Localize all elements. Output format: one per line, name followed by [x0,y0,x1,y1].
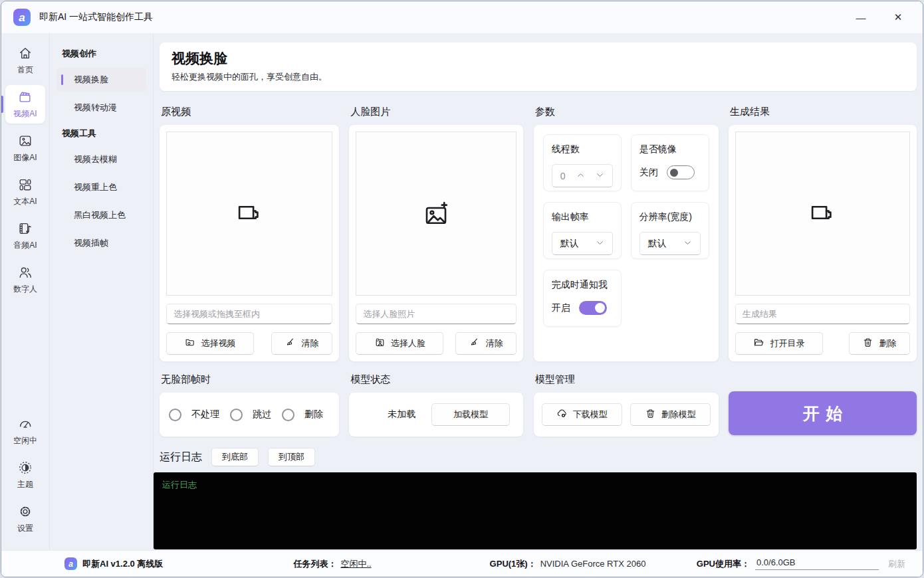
model-status-text: 未加载 [388,409,415,421]
fps-select[interactable]: 默认 [552,232,613,255]
page-header: 视频换脸 轻松更换视频中的面孔，享受创意自由。 [160,43,917,91]
submenu-item-frame-interpolation[interactable]: 视频插帧 [57,231,146,255]
sidebar-item-label: 图像AI [13,152,37,163]
gpu-name: NVIDIA GeForce RTX 2060 [540,559,646,569]
task-list-link[interactable]: 空闲中.. [340,558,371,570]
sidebar-item-label: 主题 [17,479,33,490]
scroll-to-top-button[interactable]: 到顶部 [268,448,315,466]
start-button[interactable]: 开始 [729,391,917,435]
sidebar-item-settings[interactable]: 设置 [5,500,45,538]
face-image-dropzone[interactable] [356,132,517,296]
version-text: 即新AI v1.2.0 离线版 [82,558,163,570]
download-model-label: 下载模型 [573,409,608,421]
broom-icon [469,337,481,350]
result-preview[interactable] [735,132,910,296]
chevron-down-icon[interactable] [596,170,604,182]
model-status-panel: 模型状态 未加载 加载模型 [349,368,523,436]
trash-icon [645,408,656,421]
toggle-knob [595,303,605,313]
gpu-usage-label: GPU使用率： [697,558,750,570]
statusbar: a 即新AI v1.2.0 离线版 任务列表： 空闲中.. GPU(1张)： N… [1,550,923,577]
clear-video-button[interactable]: 清除 [271,332,332,355]
gpu-label: GPU(1张)： [490,558,536,570]
mirror-label: 是否镜像 [639,144,701,155]
select-video-label: 选择视频 [201,337,236,349]
refresh-link[interactable]: 刷新 [888,558,905,570]
parameters-title: 参数 [534,100,719,125]
thread-count-value: 0 [560,171,566,181]
mirror-box: 是否镜像 关闭 [631,134,709,191]
clear-face-button[interactable]: 清除 [455,332,517,355]
fps-label: 输出帧率 [552,211,613,223]
clear-video-label: 清除 [302,337,319,349]
submenu-item-bw-colorize[interactable]: 黑白视频上色 [57,203,146,227]
delete-result-button[interactable]: 删除 [849,332,910,355]
source-video-path-input[interactable] [166,304,332,324]
load-model-button[interactable]: 加载模型 [431,403,510,426]
face-image-title: 人脸图片 [349,100,523,125]
radio-no-process[interactable] [169,409,181,421]
resolution-select[interactable]: 默认 [639,232,701,255]
text-icon [18,177,33,194]
submenu-section-video-create: 视频创作 [55,44,148,68]
video-icon [18,90,33,106]
sidebar-item-label: 空闲中 [13,435,37,446]
audio-icon [18,221,33,238]
open-directory-button[interactable]: 打开目录 [735,332,823,355]
close-button[interactable]: ✕ [889,11,907,23]
primary-sidebar: 首页 视频AI 图像AI 文本AI 音频AI 数字人 [1,33,50,550]
select-video-button[interactable]: 选择视频 [166,332,254,355]
parameters-panel: 参数 线程数 0 是否镜像 [534,100,719,361]
thread-count-stepper[interactable]: 0 [552,164,613,187]
video-camera-icon [808,199,836,229]
person-icon [18,265,33,282]
sidebar-item-theme[interactable]: 主题 [5,456,45,494]
load-model-label: 加载模型 [453,409,488,421]
source-video-dropzone[interactable] [166,132,332,296]
result-title: 生成结果 [729,100,917,125]
log-console[interactable]: 运行日志 [154,472,917,549]
gear-icon [18,504,33,521]
resolution-box: 分辨率(宽度) 默认 [631,202,709,259]
sidebar-item-idle-status[interactable]: 空闲中 [5,412,45,450]
download-model-button[interactable]: 下载模型 [542,403,622,426]
submenu-item-video-to-anime[interactable]: 视频转动漫 [57,96,146,120]
sidebar-item-home[interactable]: 首页 [5,41,45,80]
task-list-label: 任务列表： [293,558,336,570]
broom-icon [285,337,296,350]
select-face-button[interactable]: 选择人脸 [356,332,443,355]
sidebar-item-text-ai[interactable]: 文本AI [5,173,45,211]
sidebar-item-label: 音频AI [13,240,37,251]
radio-label-no-process: 不处理 [191,409,219,421]
secondary-sidebar: 视频创作 视频换脸 视频转动漫 视频工具 视频去模糊 视频重上色 黑白视频上色 … [50,33,154,550]
delete-model-button[interactable]: 删除模型 [630,403,711,426]
folder-icon [753,337,764,350]
result-path-input[interactable] [735,304,910,324]
submenu-item-face-swap[interactable]: 视频换脸 [57,68,146,92]
notify-toggle[interactable] [579,301,607,315]
notify-state-label: 开启 [552,302,570,314]
sidebar-item-image-ai[interactable]: 图像AI [5,129,45,167]
sidebar-item-digital-human[interactable]: 数字人 [5,260,45,299]
no-face-title: 无脸部帧时 [160,368,339,393]
submenu-item-recolor[interactable]: 视频重上色 [57,175,146,199]
sidebar-item-video-ai[interactable]: 视频AI [5,85,45,124]
submenu-item-deblur[interactable]: 视频去模糊 [57,147,146,171]
chevron-up-icon[interactable] [576,170,585,182]
minimize-button[interactable]: — [852,12,869,23]
mirror-toggle[interactable] [667,165,695,179]
image-icon [18,134,33,150]
app-logo-icon: a [13,9,31,26]
trash-icon [862,337,873,350]
sidebar-item-audio-ai[interactable]: 音频AI [5,217,45,255]
radio-delete[interactable] [282,409,294,421]
radio-skip[interactable] [230,409,243,421]
gpu-info: GPU(1张)： NVIDIA GeForce RTX 2060 [490,558,646,570]
scroll-to-bottom-button[interactable]: 到底部 [211,448,259,466]
no-face-panel: 无脸部帧时 不处理 跳过 删除 [160,368,339,436]
image-plus-icon [422,199,450,229]
gauge-icon [18,417,33,433]
thread-count-label: 线程数 [552,144,613,155]
start-panel: 开始 [729,368,917,436]
face-image-path-input[interactable] [356,304,517,324]
